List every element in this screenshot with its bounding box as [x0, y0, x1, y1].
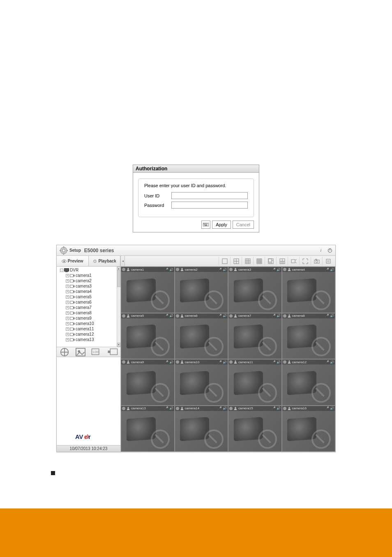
sidebar: - DVR +camera1+camera2+camera3+camera4+c… [57, 267, 121, 452]
camera-cell[interactable]: camera16🎤🔊 [282, 406, 336, 452]
svg-rect-66 [70, 306, 74, 309]
tree-item[interactable]: +camera3 [58, 283, 120, 289]
autoscan-button[interactable] [288, 257, 299, 266]
tree-item[interactable]: +camera6 [58, 299, 120, 305]
snapshot-button[interactable] [311, 257, 322, 266]
record-indicator-icon [229, 314, 233, 318]
ptz-icon [287, 360, 291, 364]
camera-cell[interactable]: camera5🎤🔊 [121, 313, 175, 360]
svg-rect-57 [327, 260, 330, 262]
ptz-tool-button[interactable] [59, 348, 70, 356]
tree-item[interactable]: +camera5 [58, 294, 120, 299]
setup-button[interactable]: Setup [59, 246, 81, 255]
aspect-button[interactable] [322, 257, 334, 266]
svg-point-12 [62, 249, 65, 251]
tree-item[interactable]: +camera8 [58, 310, 120, 316]
mic-icon: 🎤 [218, 268, 222, 272]
camera-label: camera8 [292, 314, 305, 318]
tree-item-label: camera12 [76, 332, 94, 337]
tab-preview[interactable]: Preview [57, 256, 89, 266]
power-icon[interactable] [327, 248, 333, 253]
expand-icon[interactable]: + [66, 327, 69, 331]
scroll-up-icon[interactable]: ▴ [117, 267, 120, 271]
layout-1plus5-button[interactable] [265, 257, 276, 266]
scroll-down-icon[interactable]: ▾ [117, 343, 120, 347]
password-input[interactable] [171, 202, 248, 209]
svg-point-20 [63, 260, 65, 262]
expand-icon[interactable]: + [66, 306, 69, 309]
svg-point-90 [181, 314, 183, 316]
layout-custom-button[interactable] [276, 257, 288, 266]
svg-rect-42 [268, 259, 273, 264]
camera-placeholder [282, 272, 335, 313]
layout-2x2-button[interactable] [230, 257, 242, 266]
camera-placeholder [228, 318, 281, 359]
camera-cell[interactable]: camera1🎤🔊 [121, 267, 175, 313]
tree-item[interactable]: +camera13 [58, 337, 120, 342]
mic-icon: 🎤 [218, 360, 222, 364]
svg-point-94 [181, 360, 183, 362]
tree-item[interactable]: +camera4 [58, 289, 120, 294]
camera-placeholder [282, 364, 335, 405]
tree-item[interactable]: +camera7 [58, 305, 120, 310]
svg-point-96 [288, 360, 290, 362]
camera-cell[interactable]: camera2🎤🔊 [175, 267, 228, 313]
tab-playback[interactable]: Playback [89, 256, 121, 266]
tree-item[interactable]: +camera11 [58, 326, 120, 332]
event-tool-button[interactable] [107, 348, 118, 356]
camera-cell[interactable]: camera8🎤🔊 [282, 313, 336, 360]
tree-item[interactable]: +camera2 [58, 278, 120, 283]
camera-cell[interactable]: camera11🎤🔊 [228, 359, 282, 406]
picture-tool-button[interactable] [75, 348, 86, 356]
camera-cell[interactable]: camera12🎤🔊 [282, 359, 336, 406]
tree-item[interactable]: +camera10 [58, 321, 120, 326]
scroll-thumb[interactable] [117, 271, 120, 287]
expand-icon[interactable]: + [66, 333, 69, 336]
ptz-icon [233, 314, 238, 318]
expand-icon[interactable]: + [66, 301, 69, 304]
camera-tree[interactable]: - DVR +camera1+camera2+camera3+camera4+c… [57, 267, 120, 347]
info-icon[interactable]: i [318, 248, 324, 253]
sidebar-collapse-button[interactable]: ◂ [121, 256, 125, 266]
apply-button[interactable]: Apply [212, 220, 231, 229]
mic-icon: 🎤 [272, 360, 276, 364]
expand-icon[interactable]: + [66, 290, 69, 293]
expand-icon[interactable]: + [66, 317, 69, 320]
tree-root-dvr[interactable]: - DVR [58, 267, 120, 273]
layout-4x4-button[interactable] [253, 257, 265, 266]
mic-icon: 🎤 [218, 406, 222, 410]
tree-item[interactable]: +camera1 [58, 273, 120, 278]
camera-cell[interactable]: camera13🎤🔊 [121, 406, 175, 452]
layout-3x3-button[interactable] [242, 257, 253, 266]
expand-icon[interactable]: + [66, 279, 69, 283]
camera-cell[interactable]: camera3🎤🔊 [228, 267, 282, 313]
expand-icon[interactable]: + [66, 274, 69, 277]
expand-icon[interactable]: + [66, 285, 69, 288]
expand-icon[interactable]: + [66, 322, 69, 325]
camera-cell[interactable]: camera4🎤🔊 [282, 267, 336, 313]
expand-icon[interactable]: + [66, 295, 69, 299]
tree-item-label: camera10 [76, 321, 94, 326]
tree-scrollbar[interactable]: ▴ ▾ [117, 267, 120, 347]
expand-icon[interactable]: + [66, 338, 69, 341]
virtual-keyboard-button[interactable] [201, 220, 210, 229]
record-indicator-icon [122, 268, 125, 271]
camera-cell[interactable]: camera15🎤🔊 [228, 406, 282, 452]
camera-cell[interactable]: camera14🎤🔊 [175, 406, 228, 452]
expand-icon[interactable]: + [66, 311, 69, 315]
camera-cell[interactable]: camera6🎤🔊 [175, 313, 228, 360]
page-footer [0, 508, 392, 557]
user-id-input[interactable] [171, 192, 248, 199]
fullscreen-button[interactable] [299, 257, 311, 266]
cancel-button[interactable]: Cancel [233, 220, 254, 229]
camera-cell[interactable]: camera7🎤🔊 [228, 313, 282, 360]
tree-item[interactable]: +camera12 [58, 332, 120, 337]
expand-icon[interactable]: - [60, 269, 63, 272]
layout-1x1-button[interactable] [219, 257, 230, 266]
camera-cell[interactable]: camera9🎤🔊 [121, 359, 175, 406]
auth-message: Please enter your user ID and password. [144, 183, 248, 188]
tree-item-label: camera3 [76, 283, 92, 289]
log-tool-button[interactable]: LOG [91, 348, 102, 356]
tree-item[interactable]: +camera9 [58, 316, 120, 321]
camera-cell[interactable]: camera10🎤🔊 [175, 359, 228, 406]
